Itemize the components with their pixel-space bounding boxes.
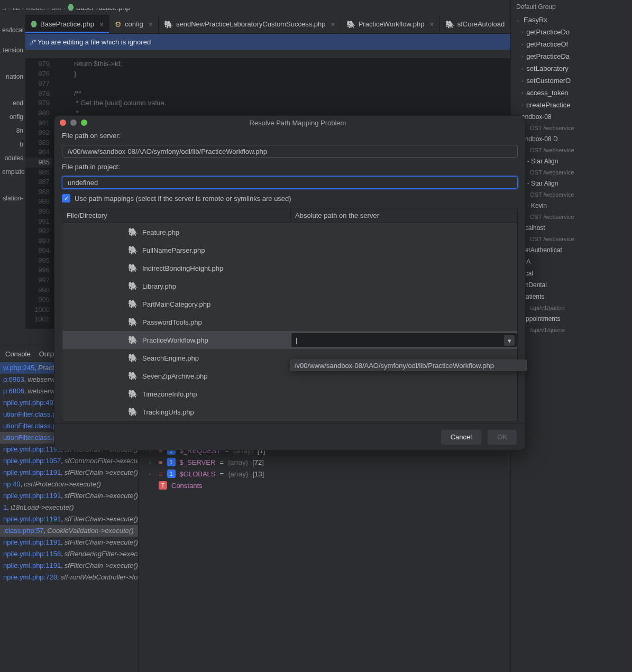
mapping-row[interactable]: 🐘Feature.php bbox=[62, 223, 517, 241]
tab-basepractice-php[interactable]: BasePractice.php× bbox=[25, 15, 109, 33]
variable-row[interactable]: ›≡1$GLOBALS={array}[13] bbox=[139, 468, 510, 480]
tab-sendnewpracticelaboratorycustomsuccess-php[interactable]: 🐘sendNewPracticeLaboratoryCustomSuccess.… bbox=[159, 15, 341, 33]
stack-frame[interactable]: npile.yml.php:1191, sfFilterChain->execu… bbox=[0, 513, 138, 525]
php-file-icon: 🐘 bbox=[128, 407, 138, 417]
server-node[interactable]: getAuthenticat bbox=[511, 244, 632, 256]
mapping-row[interactable]: 🐘IndirectBondingHeight.php bbox=[62, 259, 517, 277]
tab-sfcoreautoload[interactable]: 🐘sfCoreAutoload× bbox=[440, 15, 520, 33]
tab-config[interactable]: ⚙config× bbox=[109, 15, 159, 33]
php-file-icon: 🐘 bbox=[128, 245, 138, 255]
api-node[interactable]: ›createPractice bbox=[511, 99, 632, 111]
php-file-icon: 🐘 bbox=[445, 20, 454, 29]
api-node[interactable]: ›setLaboratory bbox=[511, 62, 632, 75]
mapping-row[interactable]: 🐘TimezoneInfo.php bbox=[62, 385, 517, 403]
right-panel: Default Group ⌄EasyRx ›getPracticeDo›get… bbox=[510, 0, 632, 672]
stack-frame[interactable]: npile.yml.php:728, sfFrontWebController-… bbox=[0, 572, 138, 583]
stack-frame[interactable]: 1, i18nLoad->execute() bbox=[0, 502, 138, 513]
server-node[interactable]: ocal bbox=[511, 268, 632, 279]
server-path-field[interactable]: /v00/www/sandbox-08/AAO/symfony/odl/lib/… bbox=[62, 145, 518, 158]
php-file-icon: 🐘 bbox=[128, 317, 138, 327]
resolve-path-mapping-dialog: Resolve Path Mapping Problem File path o… bbox=[54, 115, 526, 450]
mapping-row[interactable]: 🐘Library.php bbox=[62, 277, 517, 295]
php-file-icon: 🐘 bbox=[128, 389, 138, 399]
php-file-icon: 🐘 bbox=[128, 299, 138, 309]
mapping-row[interactable]: 🐘FullNameParser.php bbox=[62, 241, 517, 259]
mapping-row[interactable]: 🐘PracticeWorkflow.php|▾ bbox=[62, 331, 517, 349]
mapping-row[interactable]: 🐘SearchEngine.php bbox=[62, 349, 517, 367]
api-node[interactable]: ›setCustomerO bbox=[511, 75, 632, 87]
stack-frame[interactable]: npile.yml.php:1191, sfFilterChain->execu… bbox=[0, 560, 138, 572]
close-icon[interactable] bbox=[60, 119, 66, 126]
tab-practiceworkflow-php[interactable]: 🐘PracticeWorkflow.php× bbox=[341, 15, 440, 33]
minimize-icon[interactable] bbox=[70, 119, 77, 126]
close-tab-icon[interactable]: × bbox=[99, 20, 104, 29]
php-file-icon: 🐘 bbox=[164, 20, 173, 29]
php-file-icon: 🐘 bbox=[128, 227, 138, 237]
console-tab-console[interactable]: Console bbox=[5, 350, 31, 358]
php-file-icon: 🐘 bbox=[128, 281, 138, 291]
server-node[interactable]: Patients bbox=[511, 291, 632, 302]
left-tool-strip: es/localtensionnationendonfig8nbodulesem… bbox=[0, 23, 25, 330]
stack-frame[interactable]: npile.yml.php:1191, sfFilterChain->execu… bbox=[0, 490, 138, 502]
api-node[interactable]: ›access_token bbox=[511, 87, 632, 99]
stack-frame[interactable]: .class.php:57, CookieValidation->execute… bbox=[0, 525, 138, 537]
stack-frame[interactable]: npile.yml.php:1191, sfFilterChain->execu… bbox=[0, 467, 138, 478]
api-node[interactable]: ›getPracticeDo bbox=[511, 26, 632, 38]
close-tab-icon[interactable]: × bbox=[331, 20, 335, 29]
php-file-icon: 🐘 bbox=[128, 335, 138, 345]
config-icon: ⚙ bbox=[115, 20, 122, 29]
ok-button[interactable]: OK bbox=[488, 430, 517, 445]
server-node[interactable]: enDental bbox=[511, 279, 632, 291]
close-tab-icon[interactable]: × bbox=[429, 20, 434, 29]
zoom-icon[interactable] bbox=[81, 119, 87, 126]
php-file-icon: 🐘 bbox=[128, 371, 138, 381]
api-node[interactable]: ›getPracticeDa bbox=[511, 50, 632, 62]
mapping-row[interactable]: 🐘TrackingUrls.php bbox=[62, 403, 517, 421]
stack-frame[interactable]: npile.yml.php:1191, sfFilterChain->execu… bbox=[0, 537, 138, 548]
stack-frame[interactable]: np:40, csrfProtection->execute() bbox=[0, 478, 138, 490]
variable-row[interactable]: TConstants bbox=[139, 480, 510, 491]
variable-row[interactable]: ›≡1$_SERVER={array}[72] bbox=[139, 456, 510, 468]
project-path-field[interactable]: undefined bbox=[62, 176, 518, 189]
server-node[interactable]: A - Star Align bbox=[511, 178, 632, 189]
server-node[interactable]: Appointments bbox=[511, 313, 632, 325]
server-node[interactable]: ocalhost bbox=[511, 222, 632, 234]
stack-frame[interactable]: npile.yml.php:1057, sfCommonFilter->exec… bbox=[0, 455, 138, 467]
server-node[interactable]: A - Kevin bbox=[511, 200, 632, 211]
server-node[interactable]: andbox-08 D bbox=[511, 133, 632, 145]
server-node[interactable]: QA bbox=[511, 256, 632, 268]
server-node[interactable]: andbox-08 bbox=[511, 111, 632, 123]
mapping-row[interactable]: 🐘SevenZipArchive.php bbox=[62, 367, 517, 385]
server-node[interactable]: A - Star Align bbox=[511, 155, 632, 167]
api-node[interactable]: ›getPracticeOf bbox=[511, 38, 632, 50]
php-class-icon bbox=[31, 21, 37, 27]
php-file-icon: 🐘 bbox=[128, 353, 138, 363]
php-file-icon: 🐘 bbox=[346, 20, 355, 29]
mapping-row[interactable]: 🐘PartMainCategory.php bbox=[62, 295, 517, 313]
cancel-button[interactable]: Cancel bbox=[441, 430, 481, 445]
dropdown-icon[interactable]: ▾ bbox=[504, 335, 515, 346]
mapping-row[interactable]: 🐘PasswordTools.php bbox=[62, 313, 517, 331]
php-file-icon: 🐘 bbox=[128, 263, 138, 273]
use-path-mappings-checkbox[interactable]: ✓ bbox=[62, 194, 70, 202]
server-path-input[interactable]: |▾ bbox=[291, 333, 517, 347]
close-tab-icon[interactable]: × bbox=[149, 20, 153, 29]
stack-frame[interactable]: npile.yml.php:1158, sfRenderingFilter->e… bbox=[0, 548, 138, 560]
